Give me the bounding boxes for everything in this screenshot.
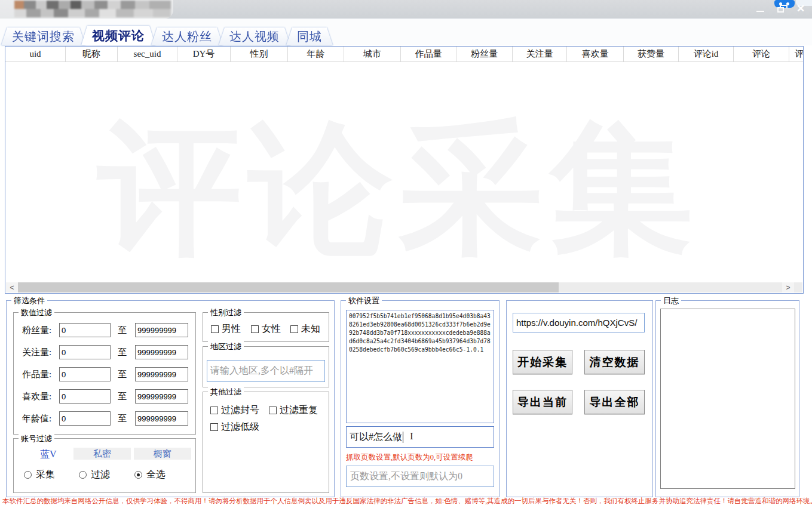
filter-conditions-panel: 筛选条件 数值过滤 粉丝量: 至 关注量: 至 作品量: 至	[6, 300, 335, 497]
license-key-textarea[interactable]: 007952f5b5b741eb1ef95068a8d1b95e4d03b8a4…	[346, 310, 494, 423]
other-filter-title: 其他过滤	[208, 387, 244, 398]
checkbox-unknown-icon	[290, 325, 298, 333]
works-min-input[interactable]	[59, 367, 111, 381]
column-header-dy-id[interactable]: DY号	[177, 47, 231, 61]
pages-hint-label: 抓取页数设置,默认页数为0,可设置续爬	[346, 452, 473, 463]
pages-input[interactable]: 页数设置,不设置则默认为0	[346, 466, 494, 487]
close-button[interactable]: ✕	[792, 0, 810, 18]
export-all-button[interactable]: 导出全部	[584, 390, 645, 414]
log-panel-title: 日志	[661, 295, 681, 306]
blurred-window-title	[0, 0, 173, 19]
radio-select-all-icon	[134, 471, 142, 479]
minimize-icon	[756, 11, 764, 12]
column-header-city[interactable]: 城市	[344, 47, 401, 61]
start-collect-button[interactable]: 开始采集	[513, 350, 572, 374]
likes-max-input[interactable]	[135, 389, 188, 404]
likes-min-input[interactable]	[59, 389, 111, 404]
gender-filter-title: 性别过滤	[208, 307, 244, 318]
follow-max-input[interactable]	[135, 345, 188, 359]
column-header-sec-uid[interactable]: sec_uid	[118, 47, 177, 61]
column-header-age[interactable]: 年龄	[288, 47, 344, 61]
showcase-chip[interactable]: 橱窗	[134, 448, 191, 460]
restore-icon	[777, 7, 784, 13]
column-header-works-count[interactable]: 作品量	[401, 47, 456, 61]
checkbox-male[interactable]: 男性	[211, 323, 241, 335]
other-filter-group: 其他过滤 过滤封号 过滤重复 过滤低级	[203, 392, 329, 493]
scrollbar-thumb[interactable]	[18, 282, 559, 292]
tab-video-comments[interactable]: 视频评论	[81, 26, 155, 45]
private-chip[interactable]: 私密	[73, 448, 131, 460]
tab-same-city[interactable]: 同城	[286, 27, 333, 45]
radio-filter-icon	[79, 471, 87, 479]
horizontal-scrollbar[interactable]: < >	[6, 282, 802, 292]
region-input[interactable]: 请输入地区,多个以#隔开	[207, 360, 325, 382]
title-bar[interactable]: ✕	[0, 0, 812, 19]
region-filter-group: 地区过滤 请输入地区,多个以#隔开	[203, 346, 329, 387]
scroll-left-arrow-icon[interactable]: <	[6, 282, 18, 292]
works-max-input[interactable]	[135, 367, 188, 381]
column-header-praised-count[interactable]: 获赞量	[624, 47, 679, 61]
fans-min-input[interactable]	[59, 323, 111, 337]
column-header-gender[interactable]: 性别	[231, 47, 288, 61]
checkbox-unknown[interactable]: 未知	[290, 323, 320, 335]
checkbox-female[interactable]: 女性	[251, 323, 281, 335]
export-current-button[interactable]: 导出当前	[513, 390, 572, 414]
checkbox-filter-banned-icon	[210, 407, 218, 414]
table-header-row: uid 昵称 sec_uid DY号 性别 年龄 城市 作品量 粉丝量 关注量 …	[5, 47, 803, 62]
checkbox-filter-banned[interactable]: 过滤封号	[210, 404, 259, 417]
actions-panel: https://v.douyin.com/hQXjCvS/ 开始采集 清空数据 …	[506, 300, 653, 497]
column-header-comment-id[interactable]: 评论id	[679, 47, 734, 61]
radio-select-all[interactable]: 全选	[134, 469, 166, 481]
checkbox-filter-lowgrade[interactable]: 过滤低级	[210, 421, 259, 433]
scroll-right-arrow-icon[interactable]: >	[782, 282, 794, 292]
checkbox-filter-lowgrade-icon	[210, 423, 218, 431]
column-header-comment[interactable]: 评论	[734, 47, 789, 61]
tab-bar: 关键词搜索 视频评论 达人粉丝 达人视频 同城	[0, 19, 812, 45]
software-settings-title: 软件设置	[346, 295, 382, 306]
radio-filter[interactable]: 过滤	[79, 469, 110, 481]
watermark-text: 评论采集	[98, 104, 700, 276]
text-caret	[403, 432, 403, 443]
checkbox-male-icon	[211, 325, 219, 333]
ibeam-cursor-icon: I	[410, 430, 413, 442]
radio-collect-icon	[24, 471, 32, 479]
clear-data-button[interactable]: 清空数据	[584, 350, 645, 374]
log-panel: 日志	[655, 300, 799, 497]
age-max-input[interactable]	[135, 411, 188, 426]
fans-count-label: 粉丝量:	[22, 325, 59, 336]
numeric-filter-group: 数值过滤 粉丝量: 至 关注量: 至 作品量: 至 喜欢量:	[13, 312, 196, 435]
checkbox-female-icon	[251, 325, 259, 333]
log-textarea[interactable]	[660, 309, 795, 489]
video-url-input[interactable]: https://v.douyin.com/hQXjCvS/	[513, 313, 645, 332]
column-header-clipped[interactable]: 评	[789, 47, 803, 61]
column-header-fans-count[interactable]: 粉丝量	[456, 47, 513, 61]
fans-max-input[interactable]	[135, 323, 188, 337]
column-header-likes-count[interactable]: 喜欢量	[567, 47, 624, 61]
radio-collect[interactable]: 采集	[24, 469, 55, 481]
age-min-input[interactable]	[59, 411, 111, 426]
account-filter-title: 账号过滤	[19, 433, 54, 444]
follow-min-input[interactable]	[59, 345, 111, 359]
to-label: 至	[118, 413, 127, 424]
app-window: ✕ 关键词搜索 视频评论 达人粉丝 达人视频 同城 uid 昵称 sec_uid…	[0, 0, 812, 505]
filter-panel-title: 筛选条件	[11, 295, 47, 306]
to-label: 至	[118, 325, 127, 336]
gender-filter-group: 性别过滤 男性 女性 未知	[203, 312, 329, 342]
keyword-input[interactable]: 可以#怎么做 I	[346, 426, 494, 448]
software-settings-panel: 软件设置 007952f5b5b741eb1ef95068a8d1b95e4d0…	[341, 300, 500, 497]
column-header-uid[interactable]: uid	[5, 47, 66, 61]
to-label: 至	[118, 347, 127, 358]
region-filter-title: 地区过滤	[208, 341, 244, 352]
tab-creator-fans[interactable]: 达人粉丝	[151, 27, 223, 45]
numeric-filter-title: 数值过滤	[19, 307, 54, 318]
tab-creator-videos[interactable]: 达人视频	[219, 27, 290, 45]
to-label: 至	[118, 369, 127, 380]
column-header-follow-count[interactable]: 关注量	[513, 47, 567, 61]
tab-keyword-search[interactable]: 关键词搜索	[1, 27, 85, 45]
follow-count-label: 关注量:	[22, 347, 59, 358]
checkbox-filter-duplicate[interactable]: 过滤重复	[269, 404, 318, 417]
maximize-button[interactable]	[771, 0, 789, 18]
checkbox-filter-duplicate-icon	[269, 407, 277, 414]
minimize-button[interactable]	[751, 0, 769, 18]
column-header-nickname[interactable]: 昵称	[66, 47, 118, 61]
